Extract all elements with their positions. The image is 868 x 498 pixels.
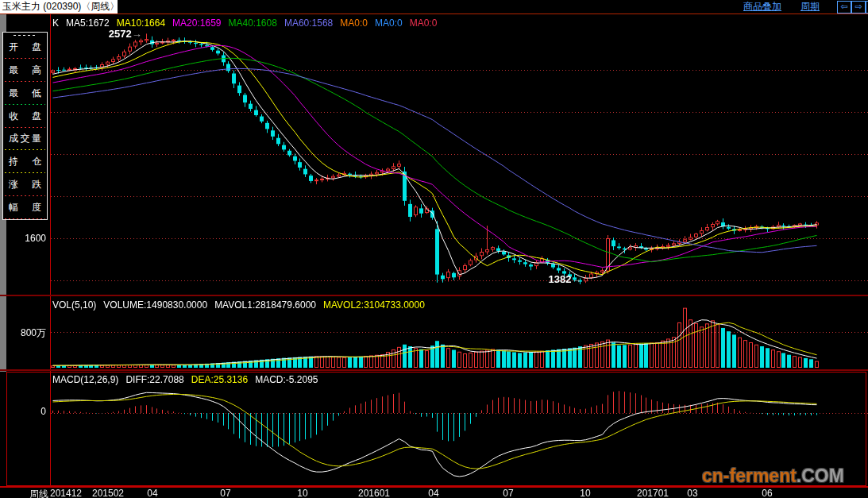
sidebar-item-2[interactable]: 最低 xyxy=(3,82,47,105)
macd-axis-label: 0 xyxy=(5,406,46,417)
indicator-label: DEA:25.3136 xyxy=(191,374,248,385)
x-axis-tick: 10 xyxy=(580,488,590,498)
sidebar-item-label: 开盘 xyxy=(3,41,47,54)
x-axis-tick: 201412 xyxy=(50,488,82,498)
high-annotation-arrow-icon: → xyxy=(132,28,142,40)
indicator-label: MA60:1568 xyxy=(284,17,333,29)
trading-app-window: 玉米主力 (020390)〈周线〉 商品叠加 周期 ⇦ ⇨ 开盘最高最低收盘成交… xyxy=(0,0,868,498)
x-axis-tick: 06 xyxy=(762,488,772,498)
titlebar-separator xyxy=(0,14,868,14)
sidebar-item-3[interactable]: 收盘 xyxy=(3,105,47,128)
sidebar-item-label: 成交量 xyxy=(3,132,47,145)
sidebar-item-1[interactable]: 最高 xyxy=(3,59,47,82)
main-indicator-row: KMA5:1672MA10:1664MA20:1659MA40:1608MA60… xyxy=(52,17,444,29)
low-annotation-arrow-icon: → xyxy=(571,273,581,285)
nav-back-button[interactable]: ⇦ xyxy=(837,1,851,14)
x-axis-tick: 201701 xyxy=(637,488,669,498)
indicator-label: DIFF:22.7088 xyxy=(125,374,183,385)
x-axis-tick: 201502 xyxy=(92,488,124,498)
indicator-label: MACD(12,26,9) xyxy=(52,374,118,385)
watermark-primary: cn-ferment xyxy=(702,465,797,486)
sidebar-item-0[interactable]: 开盘 xyxy=(3,36,47,59)
indicator-label: MA20:1659 xyxy=(172,17,221,29)
sidebar-item-6[interactable]: 涨跌 xyxy=(3,173,47,196)
indicator-label: VOL(5,10) xyxy=(52,299,96,311)
indicator-label: MACD:-5.2095 xyxy=(255,374,318,385)
x-axis-tick: 201601 xyxy=(358,488,390,498)
period-link[interactable]: 周期 xyxy=(800,1,820,13)
x-axis-tick: 07 xyxy=(220,488,230,498)
sidebar-item-5[interactable]: 持仓 xyxy=(3,150,47,173)
window-title: 玉米主力 (020390)〈周线〉 xyxy=(0,0,118,14)
sidebar-row-divider xyxy=(5,218,45,219)
sidebar-item-7[interactable]: 幅度 xyxy=(3,196,47,219)
sidebar-item-label: 幅度 xyxy=(3,201,47,214)
x-axis-tick: 07 xyxy=(503,488,513,498)
sidebar-item-4[interactable]: 成交量 xyxy=(3,128,47,151)
title-bar: 玉米主力 (020390)〈周线〉 商品叠加 周期 ⇦ ⇨ xyxy=(0,0,868,14)
indicator-label: MA10:1664 xyxy=(117,17,165,29)
x-axis-tick: 10 xyxy=(297,488,307,498)
indicator-label: MA0:0 xyxy=(375,17,403,29)
sidebar-item-label: 最高 xyxy=(3,64,47,77)
indicator-label: MA5:1672 xyxy=(66,17,110,29)
indicator-label: MA0:0 xyxy=(340,17,368,29)
high-annotation: 2572→ xyxy=(63,28,142,40)
indicator-label: MA0:0 xyxy=(410,17,438,29)
sidebar-item-label: 收盘 xyxy=(3,110,47,123)
nav-forward-button[interactable]: ⇨ xyxy=(851,1,866,14)
overlay-link[interactable]: 商品叠加 xyxy=(743,1,781,13)
low-annotation-text: 1382 xyxy=(548,273,571,285)
x-axis-tick: 04 xyxy=(147,488,157,498)
indicator-label: K xyxy=(52,17,59,29)
sidebar-item-label: 持仓 xyxy=(3,155,47,168)
pane-divider-volume-macd xyxy=(0,369,868,371)
sidebar-item-label: 涨跌 xyxy=(3,178,47,191)
x-axis-tick: 03 xyxy=(687,488,697,498)
quote-sidebar: 开盘最高最低收盘成交量持仓涨跌幅度 xyxy=(2,32,48,220)
period-label: 周线 xyxy=(29,488,48,498)
x-axis-tick: 04 xyxy=(428,488,438,498)
sidebar-item-label: 最低 xyxy=(3,87,47,100)
price-axis-label: 1600 xyxy=(5,233,46,244)
pane-divider-main-volume xyxy=(0,295,868,296)
volume-indicator-row: VOL(5,10)VOLUME:1490830.0000MAVOL1:28184… xyxy=(52,299,432,311)
indicator-label: MA40:1608 xyxy=(229,17,277,29)
low-annotation: 1382→ xyxy=(502,273,581,285)
watermark: cn-ferment.COM xyxy=(702,465,844,487)
indicator-label: MAVOL1:2818479.6000 xyxy=(214,299,316,311)
indicator-label: VOLUME:1490830.0000 xyxy=(103,299,207,311)
watermark-secondary: .COM xyxy=(797,465,844,486)
volume-axis-label: 800万 xyxy=(5,326,46,340)
high-annotation-text: 2572 xyxy=(109,28,132,40)
indicator-label: MAVOL2:3104733.0000 xyxy=(323,299,425,311)
macd-indicator-row: MACD(12,26,9)DIFF:22.7088DEA:25.3136MACD… xyxy=(52,374,326,385)
